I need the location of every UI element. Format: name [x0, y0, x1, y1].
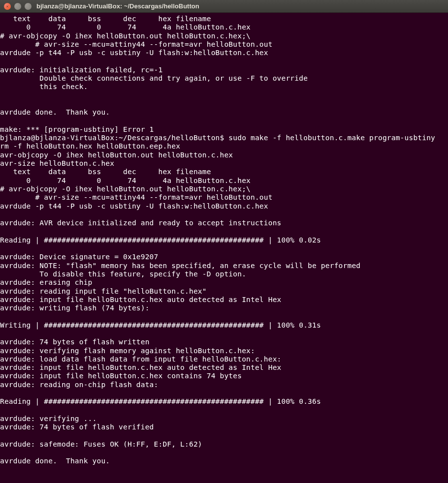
titlebar: × bjlanza@bjlanza-VirtualBox: ~/Descarga…: [0, 0, 448, 13]
terminal-output[interactable]: text data bss dec hex filename 0 74 0 74…: [0, 13, 448, 466]
window-buttons: ×: [4, 3, 32, 10]
minimize-icon[interactable]: [14, 3, 21, 10]
close-icon[interactable]: ×: [4, 3, 11, 10]
maximize-icon[interactable]: [25, 3, 32, 10]
window-title: bjlanza@bjlanza-VirtualBox: ~/Descargas/…: [36, 2, 199, 10]
